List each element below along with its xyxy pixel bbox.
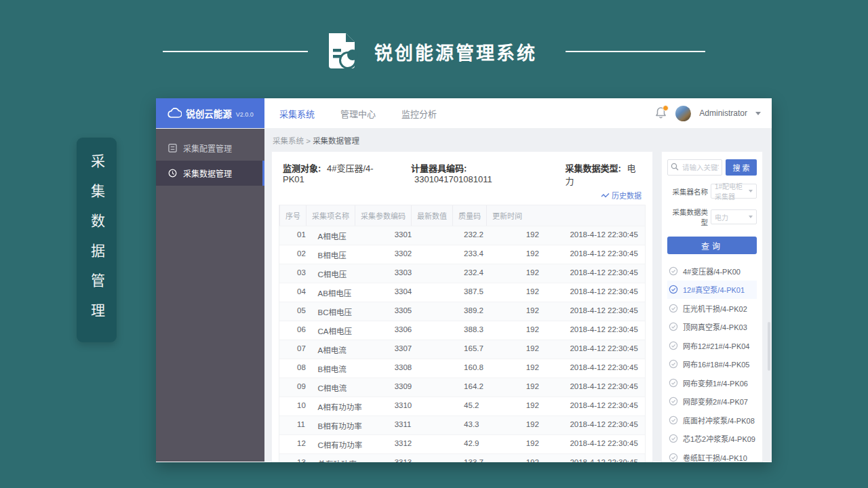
cell-index: 02 bbox=[279, 245, 313, 264]
device-list-item[interactable]: 网布变频1#/4-PK06 bbox=[667, 373, 757, 392]
table-row[interactable]: 13 总有功功率 3313 133.7 192 2018-4-12 22:30:… bbox=[279, 453, 645, 462]
cell-item-name: AB相电压 bbox=[313, 283, 389, 302]
cell-latest-value: 387.5 bbox=[458, 283, 521, 302]
cell-quality-code: 192 bbox=[521, 226, 565, 245]
cell-quality-code: 192 bbox=[521, 454, 565, 462]
device-list-item[interactable]: 网部变频2#/4-PK07 bbox=[667, 392, 757, 411]
datatype-select[interactable]: 电力 bbox=[711, 209, 757, 224]
query-button[interactable]: 查询 bbox=[667, 237, 757, 254]
cell-update-time: 2018-4-12 22:30:45 bbox=[564, 302, 645, 321]
cell-param-code: 3311 bbox=[389, 416, 458, 434]
cell-quality-code: 192 bbox=[521, 340, 565, 359]
breadcrumb-parent[interactable]: 采集系统 bbox=[273, 137, 304, 145]
cell-latest-value: 43.3 bbox=[458, 416, 521, 434]
sidebar-item-collect-config[interactable]: 采集配置管理 bbox=[156, 136, 264, 161]
cell-update-time: 2018-4-12 22:30:45 bbox=[564, 416, 645, 434]
table-row[interactable]: 05 BC相电压 3305 389.2 192 2018-4-12 22:30:… bbox=[279, 302, 645, 321]
cloud-icon bbox=[167, 108, 182, 119]
search-button[interactable]: 搜 索 bbox=[726, 159, 757, 176]
cell-index: 11 bbox=[279, 416, 313, 434]
cell-latest-value: 164.2 bbox=[458, 378, 521, 396]
cell-index: 03 bbox=[279, 264, 313, 283]
table-row[interactable]: 01 A相电压 3301 232.2 192 2018-4-12 22:30:4… bbox=[279, 226, 645, 245]
page-title: 锐创能源管理系统 bbox=[374, 39, 537, 65]
notification-bell-icon[interactable] bbox=[655, 106, 667, 120]
table-row[interactable]: 11 B相有功功率 3311 43.3 192 2018-4-12 22:30:… bbox=[279, 415, 645, 434]
cell-item-name: 总有功功率 bbox=[313, 454, 389, 462]
table-row[interactable]: 07 A相电流 3307 165.7 192 2018-4-12 22:30:4… bbox=[279, 340, 645, 359]
cell-item-name: A相电流 bbox=[313, 340, 389, 359]
check-circle-icon bbox=[669, 453, 678, 462]
cell-quality-code: 192 bbox=[521, 359, 565, 378]
nav-item[interactable]: 监控分析 bbox=[401, 107, 437, 120]
table-row[interactable]: 08 B相电流 3308 160.8 192 2018-4-12 22:30:4… bbox=[279, 359, 645, 378]
cell-index: 06 bbox=[279, 321, 313, 340]
cell-update-time: 2018-4-12 22:30:45 bbox=[564, 454, 645, 462]
cell-latest-value: 389.2 bbox=[458, 302, 521, 321]
cell-param-code: 3307 bbox=[389, 340, 458, 359]
table-body: 01 A相电压 3301 232.2 192 2018-4-12 22:30:4… bbox=[279, 226, 645, 462]
history-data-link[interactable]: 历史数据 bbox=[601, 190, 642, 201]
cell-param-code: 3304 bbox=[389, 283, 458, 302]
sidebar-item-collect-data[interactable]: 采集数据管理 bbox=[156, 161, 264, 186]
app-window: 锐创云能源 V2.0.0 采集系统 管理中心 监控分析 Administrato… bbox=[156, 98, 772, 462]
table-row[interactable]: 09 C相电流 3309 164.2 192 2018-4-12 22:30:4… bbox=[279, 378, 645, 396]
device-list-item[interactable]: 网布16#18#/4-PK05 bbox=[667, 355, 757, 374]
user-avatar[interactable] bbox=[675, 106, 691, 121]
nav-item[interactable]: 采集系统 bbox=[279, 107, 315, 120]
collector-name-label: 采集器名称 bbox=[667, 186, 711, 197]
collect-data-table: 序号 采集项名称 采集参数编码 最新数值 质量码 更新时间 bbox=[279, 205, 646, 462]
device-label: 4#变压器/4-PK00 bbox=[683, 266, 741, 277]
table-row[interactable]: 04 AB相电压 3304 387.5 192 2018-4-12 22:30:… bbox=[279, 283, 645, 302]
filter-panel: 搜 索 采集器名称 1#配电柜采集器 采集数据类型 电力 bbox=[661, 151, 763, 462]
cell-latest-value: 133.7 bbox=[458, 454, 521, 462]
cell-item-name: C相有功功率 bbox=[313, 435, 389, 453]
device-list-item[interactable]: 卷纸缸干损/4-PK10 bbox=[667, 448, 757, 462]
device-list-item[interactable]: 4#变压器/4-PK00 bbox=[667, 262, 757, 281]
user-menu-caret-icon[interactable] bbox=[755, 112, 761, 115]
table-row[interactable]: 03 C相电压 3303 232.4 192 2018-4-12 22:30:4… bbox=[279, 264, 645, 283]
cell-update-time: 2018-4-12 22:30:45 bbox=[564, 397, 645, 415]
device-list-item[interactable]: 压光机干损/4-PK02 bbox=[667, 299, 757, 318]
table-header-cell: 序号 bbox=[279, 205, 306, 226]
device-list-item[interactable]: 芯1芯2冲浆泵/4-PK09 bbox=[667, 430, 757, 449]
device-list-item[interactable]: 顶网真空泵/4-PK03 bbox=[667, 318, 757, 337]
check-circle-icon bbox=[669, 341, 678, 350]
select-caret-icon bbox=[749, 190, 753, 192]
meter-code-value: 3301041701081011 bbox=[414, 174, 492, 184]
cell-index: 01 bbox=[279, 226, 313, 245]
cell-quality-code: 192 bbox=[521, 416, 565, 434]
sidebar: 采集配置管理 采集数据管理 bbox=[156, 129, 264, 462]
device-label: 网部变频2#/4-PK07 bbox=[683, 396, 748, 407]
datatype-select-value: 电力 bbox=[715, 212, 728, 222]
device-label: 网布16#18#/4-PK05 bbox=[683, 359, 749, 369]
cell-quality-code: 192 bbox=[521, 245, 565, 264]
sidebar-item-label: 采集数据管理 bbox=[183, 167, 232, 179]
data-type: 采集数据类型: 电力 bbox=[566, 161, 642, 187]
table-row[interactable]: 06 CA相电压 3306 388.3 192 2018-4-12 22:30:… bbox=[279, 321, 645, 340]
cell-param-code: 3310 bbox=[389, 397, 458, 415]
cell-latest-value: 233.4 bbox=[458, 245, 521, 264]
table-header-row: 序号 采集项名称 采集参数编码 最新数值 质量码 更新时间 bbox=[279, 205, 645, 226]
collector-select[interactable]: 1#配电柜采集器 bbox=[711, 184, 757, 199]
cell-index: 07 bbox=[279, 340, 313, 359]
device-list-item[interactable]: 底面衬冲浆泵/4-PK08 bbox=[667, 411, 757, 430]
cell-update-time: 2018-4-12 22:30:45 bbox=[564, 378, 645, 396]
table-row[interactable]: 10 A相有功功率 3310 45.2 192 2018-4-12 22:30:… bbox=[279, 396, 645, 415]
sidebar-item-label: 采集配置管理 bbox=[183, 142, 232, 154]
cell-item-name: CA相电压 bbox=[313, 321, 389, 340]
cell-item-name: B相电流 bbox=[313, 359, 389, 378]
scrollbar[interactable] bbox=[768, 322, 770, 371]
check-circle-icon bbox=[669, 304, 678, 313]
device-label: 网布12#21#/4-PK04 bbox=[683, 340, 749, 351]
device-list-item[interactable]: 12#真空泵/4-PK01 bbox=[667, 281, 757, 300]
device-list-item[interactable]: 网布12#21#/4-PK04 bbox=[667, 336, 757, 355]
select-caret-icon bbox=[749, 216, 753, 218]
table-header-cell: 最新数值 bbox=[411, 205, 452, 226]
check-circle-icon bbox=[669, 396, 678, 406]
table-row[interactable]: 12 C相有功功率 3312 42.9 192 2018-4-12 22:30:… bbox=[279, 434, 645, 453]
table-row[interactable]: 02 B相电压 3302 233.4 192 2018-4-12 22:30:4… bbox=[279, 245, 645, 264]
app-logo[interactable]: 锐创云能源 V2.0.0 bbox=[156, 98, 264, 128]
nav-item[interactable]: 管理中心 bbox=[340, 107, 376, 120]
check-circle-icon bbox=[669, 415, 678, 425]
